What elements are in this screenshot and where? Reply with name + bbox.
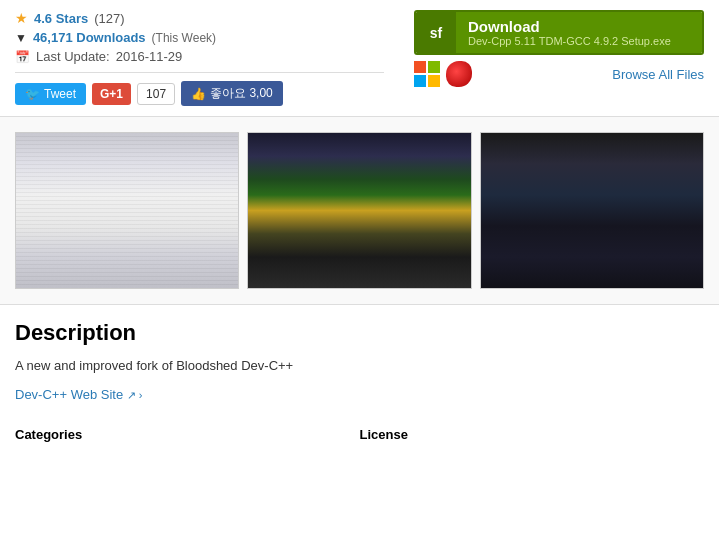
- downloads-week: (This Week): [152, 31, 216, 45]
- like-label: 좋아요 3,00: [210, 85, 273, 102]
- sf-badge: sf: [416, 12, 456, 53]
- screenshot-2[interactable]: [247, 132, 471, 289]
- last-update-date: 2016-11-29: [116, 49, 183, 64]
- categories-col: Categories: [15, 427, 360, 442]
- os-icons-row: Browse All Files: [414, 61, 704, 87]
- categories-label: Categories: [15, 427, 82, 442]
- download-filename: Dev-Cpp 5.11 TDM-GCC 4.9.2 Setup.exe: [468, 35, 690, 47]
- tweet-button[interactable]: 🐦 Tweet: [15, 83, 86, 105]
- calendar-icon: 📅: [15, 50, 30, 64]
- description-text: A new and improved fork of Bloodshed Dev…: [15, 358, 704, 373]
- screenshot-1-image: [16, 133, 238, 288]
- external-link-icon: ↗ ›: [127, 389, 143, 401]
- gplus-count: 107: [137, 83, 175, 105]
- tweet-label: Tweet: [44, 87, 76, 101]
- fruit-icon: [446, 61, 472, 87]
- sf-badge-text: sf: [430, 25, 442, 41]
- browse-all-files-link[interactable]: Browse All Files: [612, 67, 704, 82]
- like-button[interactable]: 👍 좋아요 3,00: [181, 81, 283, 106]
- downloads-link[interactable]: 46,171 Downloads: [33, 30, 146, 45]
- like-icon: 👍: [191, 87, 206, 101]
- download-title: Download: [468, 18, 690, 35]
- download-button-container: sf Download Dev-Cpp 5.11 TDM-GCC 4.9.2 S…: [414, 10, 704, 55]
- screenshot-3-image: [481, 133, 703, 288]
- divider: [15, 72, 384, 73]
- twitter-icon: 🐦: [25, 87, 40, 101]
- screenshot-2-image: [248, 133, 470, 288]
- screenshot-1[interactable]: [15, 132, 239, 289]
- stars-link[interactable]: 4.6 Stars: [34, 11, 88, 26]
- screenshots-section: [0, 117, 719, 305]
- download-section: sf Download Dev-Cpp 5.11 TDM-GCC 4.9.2 S…: [404, 10, 704, 87]
- categories-section: Categories License: [0, 417, 719, 442]
- stars-value: 4.6 Stars: [34, 11, 88, 26]
- downloads-value: 46,171 Downloads: [33, 30, 146, 45]
- license-col: License: [360, 427, 705, 442]
- gplus-button[interactable]: G+1: [92, 83, 131, 105]
- license-label: License: [360, 427, 408, 442]
- screenshot-3[interactable]: [480, 132, 704, 289]
- windows-icon: [414, 61, 440, 87]
- download-info[interactable]: Download Dev-Cpp 5.11 TDM-GCC 4.9.2 Setu…: [456, 12, 702, 53]
- browse-label: Browse All Files: [612, 67, 704, 82]
- description-title: Description: [15, 320, 704, 346]
- description-section: Description A new and improved fork of B…: [0, 305, 719, 417]
- os-icons: [414, 61, 472, 87]
- dev-cpp-website-link[interactable]: Dev-C++ Web Site ↗ ›: [15, 387, 143, 402]
- last-update-label: Last Update:: [36, 49, 110, 64]
- stars-count: (127): [94, 11, 124, 26]
- star-icon: ★: [15, 10, 28, 26]
- gplus-label: G+1: [100, 87, 123, 101]
- dev-cpp-link-text: Dev-C++ Web Site: [15, 387, 123, 402]
- download-arrow-icon: ▼: [15, 31, 27, 45]
